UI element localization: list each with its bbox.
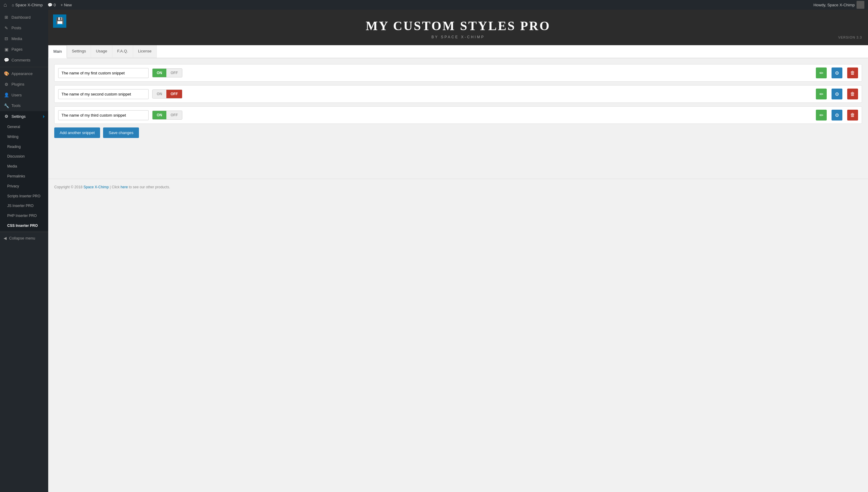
sidebar-item-discussion[interactable]: Discussion [0,151,48,162]
snippet-name-input-2[interactable] [58,89,149,99]
snippet-edit-button-1[interactable]: ✏ [816,68,827,78]
add-snippet-button[interactable]: Add another snippet [54,127,100,138]
snippet-edit-button-3[interactable]: ✏ [816,110,827,121]
sidebar-item-tools[interactable]: 🔧 Tools [0,101,48,112]
footer-link-label: Space X-Chimp [83,185,109,189]
tab-usage[interactable]: Usage [91,45,113,58]
sidebar-item-appearance[interactable]: 🎨 Appearance [0,68,48,79]
plugin-header: 💾 MY CUSTOM STYLES PRO BY SPACE X-CHIMP … [48,10,868,45]
toggle-on-button-1[interactable]: ON [152,69,166,77]
sidebar-item-settings[interactable]: ⚙ Settings [0,111,48,122]
sidebar-item-privacy[interactable]: Privacy [0,181,48,191]
snippet-settings-button-3[interactable]: ⚙ [831,110,842,121]
collapse-icon: ◀ [4,236,7,241]
comments-nav-icon: 💬 [4,57,9,63]
sidebar-item-scripts-inserter[interactable]: Scripts Inserter PRO [0,191,48,201]
header-save-button[interactable]: 💾 [53,15,66,28]
snippet-delete-button-1[interactable]: 🗑 [847,68,858,78]
sidebar-item-writing[interactable]: Writing [0,132,48,142]
sidebar-item-reading[interactable]: Reading [0,142,48,152]
trash-icon-3: 🗑 [850,113,855,118]
tab-faq[interactable]: F.A.Q. [113,45,133,58]
sidebar-item-php-inserter[interactable]: PHP Inserter PRO [0,211,48,221]
snippet-row-3: ON OFF ✏ ⚙ 🗑 [54,106,862,124]
plugin-title: MY CUSTOM STYLES PRO [54,19,862,33]
snippet-edit-button-2[interactable]: ✏ [816,89,827,99]
sidebar-item-label: Comments [11,57,30,63]
snippet-settings-button-1[interactable]: ⚙ [831,68,842,78]
tab-usage-label: Usage [96,49,107,53]
adminbar-howdy: Howdy, Space X-Chimp [814,3,855,7]
tab-main[interactable]: Main [48,45,67,58]
sidebar-item-label: Settings [11,114,26,119]
toggle-on-button-2[interactable]: ON [152,90,166,98]
tab-settings[interactable]: Settings [67,45,91,58]
gear-icon-2: ⚙ [835,91,839,97]
plugin-footer: Copyright © 2018 Space X-Chimp | Click h… [48,179,868,195]
toggle-off-button-3[interactable]: OFF [166,111,182,119]
snippet-name-input-1[interactable] [58,68,149,78]
adminbar-site[interactable]: ⌂ Space X-Chimp [12,3,43,7]
dashboard-icon: ⊞ [4,15,9,21]
tab-license[interactable]: License [133,45,157,58]
gear-icon-1: ⚙ [835,70,839,76]
snippet-name-input-3[interactable] [58,110,149,120]
sidebar-item-label: Appearance [11,71,32,76]
new-label: + New [61,3,72,7]
tools-icon: 🔧 [4,103,9,109]
sidebar-item-label: Tools [11,103,21,108]
snippet-toggle-2: ON OFF [152,90,182,99]
tab-settings-label: Settings [72,49,86,53]
user-avatar [857,1,864,9]
save-changes-button[interactable]: Save changes [103,127,139,138]
snippet-delete-button-3[interactable]: 🗑 [847,110,858,121]
sidebar-item-pages[interactable]: ▣ Pages [0,44,48,55]
sidebar: ⊞ Dashboard ✎ Posts ⊟ Media ▣ Pages 💬 Co… [0,10,48,492]
sidebar-sub-label: Reading [7,144,21,149]
sidebar-item-general[interactable]: General [0,122,48,132]
home-icon: ⌂ [12,3,14,7]
gear-icon-3: ⚙ [835,113,839,118]
sidebar-item-media-settings[interactable]: Media [0,162,48,171]
edit-icon-3: ✏ [819,113,823,118]
snippet-delete-button-2[interactable]: 🗑 [847,89,858,99]
plugin-tabs: Main Settings Usage F.A.Q. License [48,45,868,58]
sidebar-item-js-inserter[interactable]: JS Inserter PRO [0,201,48,211]
sidebar-item-css-inserter[interactable]: CSS Inserter PRO [0,221,48,231]
toggle-off-button-1[interactable]: OFF [166,69,182,77]
toggle-off-button-2[interactable]: OFF [166,90,182,98]
sidebar-item-label: Plugins [11,82,24,87]
trash-icon-1: 🗑 [850,70,855,76]
sidebar-item-media[interactable]: ⊟ Media [0,33,48,44]
tab-license-label: License [138,49,152,53]
sidebar-item-label: Dashboard [11,15,31,20]
footer-middle-text: | Click [110,185,119,189]
sidebar-item-users[interactable]: 👤 Users [0,90,48,101]
sidebar-sub-label: Privacy [7,184,19,189]
footer-link[interactable]: Space X-Chimp [83,185,110,189]
footer-copyright: Copyright © 2018 [54,185,82,189]
sidebar-sub-label: Writing [7,134,18,140]
toggle-on-button-3[interactable]: ON [152,111,166,119]
footer-here-link[interactable]: here [121,185,129,189]
adminbar-comments[interactable]: 💬 0 [48,3,56,7]
users-icon: 👤 [4,92,9,98]
sidebar-item-comments[interactable]: 💬 Comments [0,55,48,66]
collapse-menu-button[interactable]: ◀ Collapse menu [0,233,48,243]
save-icon: 💾 [56,17,64,25]
snippet-row-2: ON OFF ✏ ⚙ 🗑 [54,85,862,103]
pages-icon: ▣ [4,47,9,53]
sidebar-sub-label: Scripts Inserter PRO [7,194,40,199]
wp-logo-icon[interactable]: ⌂ [4,2,7,8]
sidebar-item-posts[interactable]: ✎ Posts [0,23,48,34]
sidebar-item-permalinks[interactable]: Permalinks [0,171,48,181]
adminbar-new[interactable]: + New [61,3,72,7]
snippet-row-1: ON OFF ✏ ⚙ 🗑 [54,64,862,82]
settings-icon: ⚙ [4,114,9,120]
trash-icon-2: 🗑 [850,91,855,97]
snippet-settings-button-2[interactable]: ⚙ [831,89,842,99]
snippet-toggle-1: ON OFF [152,68,182,77]
main-content: 💾 MY CUSTOM STYLES PRO BY SPACE X-CHIMP … [48,10,868,492]
sidebar-item-plugins[interactable]: ⚙ Plugins [0,79,48,90]
sidebar-item-dashboard[interactable]: ⊞ Dashboard [0,12,48,23]
